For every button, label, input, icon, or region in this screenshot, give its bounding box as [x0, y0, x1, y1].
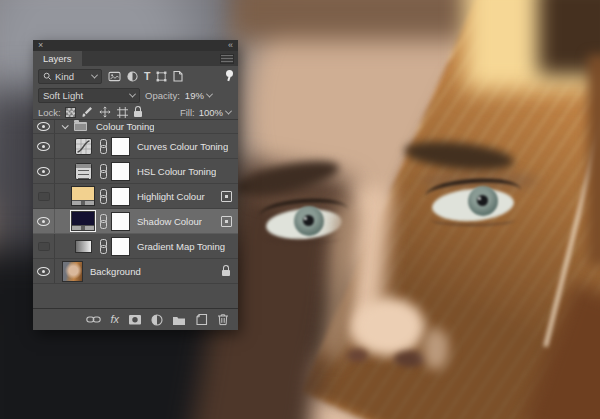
- visibility-toggle[interactable]: [33, 159, 55, 183]
- search-icon: [43, 72, 52, 81]
- filter-type-icons: T: [108, 70, 233, 82]
- highlight-swatch: [72, 187, 94, 200]
- photo-eye-right: [428, 182, 518, 226]
- layer-row-hsl[interactable]: HSL Colour Toning: [33, 159, 238, 184]
- panel-titlebar: × «: [33, 40, 238, 51]
- fill-value-dropdown[interactable]: 100%: [199, 107, 231, 118]
- opacity-label: Opacity:: [145, 90, 180, 101]
- tab-layers[interactable]: Layers: [33, 51, 82, 66]
- eye-icon: [37, 267, 50, 276]
- lock-transparency-icon[interactable]: [66, 108, 75, 117]
- delete-layer-icon[interactable]: [217, 313, 229, 326]
- photo-eye-left: [262, 202, 346, 244]
- eye-icon: [37, 167, 50, 176]
- collapse-panel-icon[interactable]: «: [228, 41, 233, 50]
- background-lock-icon: [222, 270, 230, 276]
- hsl-adjustment-thumbnail[interactable]: [75, 163, 92, 180]
- add-mask-icon[interactable]: [128, 313, 142, 326]
- new-adjustment-icon[interactable]: [151, 314, 163, 326]
- panel-bottom-toolbar: fx: [33, 308, 238, 330]
- layer-name: Highlight Colour: [134, 191, 205, 202]
- layer-row-content: Background: [55, 261, 238, 282]
- fill-color-thumbnail[interactable]: [71, 186, 95, 206]
- layer-row-content: Gradient Map Toning: [55, 237, 238, 256]
- lock-image-icon[interactable]: [81, 106, 93, 118]
- layer-mask-thumbnail[interactable]: [111, 137, 130, 156]
- layer-row-group[interactable]: Colour Toning: [33, 120, 238, 134]
- mask-link-icon[interactable]: [99, 214, 107, 228]
- chevron-down-icon: [91, 71, 98, 78]
- filter-toggle-icon[interactable]: [225, 70, 233, 82]
- fill-label: Fill:: [180, 107, 195, 118]
- lock-position-icon[interactable]: [99, 106, 111, 118]
- fill-color-thumbnail[interactable]: [71, 211, 95, 231]
- blend-mode-value: Soft Light: [43, 90, 83, 101]
- panel-menu-icon[interactable]: [220, 54, 234, 64]
- opacity-value: 19%: [185, 90, 204, 101]
- mask-link-icon[interactable]: [99, 239, 107, 253]
- layer-row-content: Curves Colour Toning: [55, 137, 238, 156]
- layer-row-highlight[interactable]: Highlight Colour: [33, 184, 238, 209]
- lock-all-icon[interactable]: [134, 111, 142, 117]
- visibility-toggle[interactable]: [33, 234, 55, 258]
- visibility-toggle[interactable]: [33, 120, 55, 133]
- pixel-layer-filter-icon[interactable]: [108, 71, 121, 82]
- layer-row-shadow[interactable]: Shadow Colour: [33, 209, 238, 234]
- layer-row-curves[interactable]: Curves Colour Toning: [33, 134, 238, 159]
- lock-artboard-icon[interactable]: [117, 107, 128, 118]
- layer-row-gradient-map[interactable]: Gradient Map Toning: [33, 234, 238, 259]
- background-image-thumbnail[interactable]: [62, 261, 83, 282]
- chevron-down-icon: [225, 107, 232, 114]
- eye-icon: [37, 217, 50, 226]
- layer-row-content: Highlight Colour: [55, 186, 238, 206]
- visibility-toggle[interactable]: [33, 259, 55, 283]
- opacity-value-dropdown[interactable]: 19%: [185, 90, 212, 101]
- link-layers-icon[interactable]: [86, 313, 101, 326]
- mask-link-icon[interactable]: [99, 164, 107, 178]
- expand-chevron-icon[interactable]: [62, 122, 69, 129]
- folder-icon: [74, 122, 87, 131]
- eye-icon: [37, 142, 50, 151]
- fill-group: Fill: 100%: [180, 107, 233, 118]
- new-group-icon[interactable]: [172, 314, 186, 326]
- type-layer-filter-icon[interactable]: T: [144, 70, 150, 82]
- filter-kind-label: Kind: [55, 71, 74, 82]
- layer-mask-thumbnail[interactable]: [111, 187, 130, 206]
- blend-mode-dropdown[interactable]: Soft Light: [38, 88, 140, 103]
- blend-row: Soft Light Opacity: 19%: [33, 86, 238, 105]
- visibility-toggle[interactable]: [33, 209, 55, 233]
- curves-adjustment-thumbnail[interactable]: [75, 138, 92, 155]
- shape-layer-filter-icon[interactable]: [156, 71, 167, 82]
- close-icon[interactable]: ×: [38, 41, 43, 50]
- visibility-toggle[interactable]: [33, 134, 55, 158]
- panel-tabbar: Layers: [33, 51, 238, 66]
- layer-name: Colour Toning: [93, 121, 154, 132]
- photo-right-edge-hair: [588, 55, 600, 265]
- layer-mask-thumbnail[interactable]: [111, 212, 130, 231]
- adjustment-layer-filter-icon[interactable]: [127, 71, 138, 82]
- photo-nostril-left: [347, 349, 368, 362]
- lock-row: Lock: Fill: 100%: [33, 105, 238, 120]
- layer-mask-thumbnail[interactable]: [111, 237, 130, 256]
- fill-slider-bar: [72, 225, 94, 230]
- lock-icons: [66, 106, 142, 118]
- layers-panel: × « Layers Kind T: [33, 40, 238, 330]
- filter-kind-dropdown[interactable]: Kind: [38, 69, 102, 84]
- visibility-toggle[interactable]: [33, 184, 55, 208]
- layer-row-content: Shadow Colour: [55, 211, 238, 231]
- layer-list: Colour Toning Curves Colour Toning: [33, 120, 238, 284]
- lock-label: Lock:: [38, 107, 61, 118]
- mask-link-icon[interactable]: [99, 189, 107, 203]
- advanced-blending-badge-icon: [221, 216, 232, 227]
- layer-name: Gradient Map Toning: [134, 241, 225, 252]
- gradient-map-thumbnail[interactable]: [75, 240, 92, 253]
- smart-object-filter-icon[interactable]: [173, 70, 183, 82]
- new-layer-icon[interactable]: [195, 313, 208, 326]
- mask-link-icon[interactable]: [99, 139, 107, 153]
- thumb-box: [71, 138, 95, 155]
- layer-row-background[interactable]: Background: [33, 259, 238, 284]
- layer-mask-thumbnail[interactable]: [111, 162, 130, 181]
- fill-slider-bar: [72, 200, 94, 205]
- layer-style-icon[interactable]: fx: [110, 314, 119, 325]
- advanced-blending-badge-icon: [221, 191, 232, 202]
